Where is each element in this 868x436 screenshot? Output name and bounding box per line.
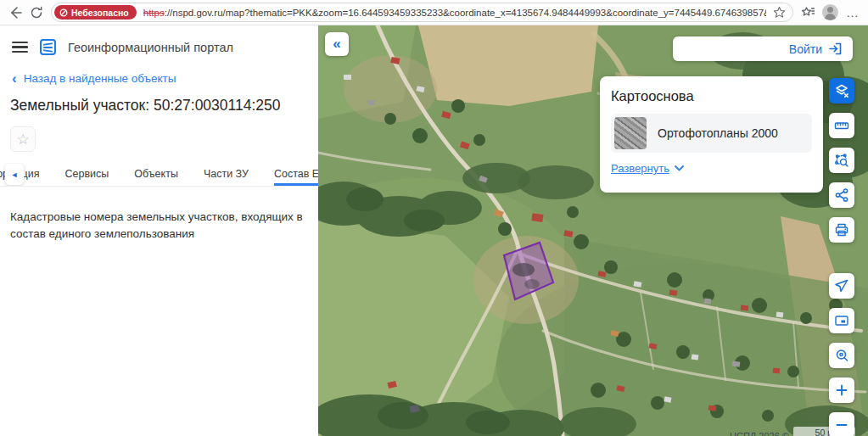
tab-scroll-left-button[interactable]: ◄ xyxy=(5,164,24,185)
tab-scroll-left-icon: ◄ xyxy=(11,170,19,179)
share-icon xyxy=(834,187,849,203)
security-badge[interactable]: Небезопасно xyxy=(54,5,137,20)
browser-reload-icon[interactable] xyxy=(30,6,43,20)
minus-icon xyxy=(834,417,849,433)
layers-icon xyxy=(834,83,849,98)
favorite-star-button[interactable]: ☆ xyxy=(10,126,36,152)
tab-parcel-parts[interactable]: Части ЗУ xyxy=(204,163,249,186)
bookmark-star-icon[interactable] xyxy=(773,6,786,19)
object-search-button[interactable] xyxy=(829,343,854,368)
layers-button[interactable] xyxy=(829,78,854,103)
back-to-results-link[interactable]: ‹ Назад в найденные объекты xyxy=(12,72,318,85)
map-canvas[interactable]: « Войти Картооснова Ортофотопланы 2000 Р… xyxy=(318,25,868,436)
area-search-icon xyxy=(834,153,849,168)
print-button[interactable] xyxy=(829,217,854,243)
tab-services[interactable]: Сервисы xyxy=(65,163,109,186)
basemap-panel-title: Картооснова xyxy=(611,88,812,104)
url-scheme: https xyxy=(143,8,165,18)
expand-basemaps-link[interactable]: Развернуть xyxy=(611,162,684,175)
browser-back-icon[interactable] xyxy=(8,6,22,20)
overview-map-icon xyxy=(834,313,849,328)
screen: Небезопасно https://nspd.gov.ru/map?them… xyxy=(0,0,868,436)
star-icon: ☆ xyxy=(16,131,29,148)
expand-label: Развернуть xyxy=(611,162,669,175)
back-chevron-icon: ‹ xyxy=(12,74,17,84)
tab-bar: ◄ Информация Сервисы Объекты Части ЗУ Со… xyxy=(0,163,318,187)
info-panel: Геоинформационный портал ‹ Назад в найде… xyxy=(0,25,318,436)
tab-ezp-composition[interactable]: Состав ЕЗП xyxy=(274,163,318,186)
page-title: Земельный участок: 50:27:0030114:250 xyxy=(10,97,318,115)
chevron-down-icon xyxy=(675,165,684,171)
ruler-icon xyxy=(834,118,849,133)
url-rest: ://nspd.gov.ru/map?thematic=PKK&zoom=16.… xyxy=(165,8,766,18)
url-text: https://nspd.gov.ru/map?thematic=PKK&zoo… xyxy=(143,8,766,18)
login-label: Войти xyxy=(789,42,822,56)
basemap-panel: Картооснова Ортофотопланы 2000 Развернут… xyxy=(600,76,823,193)
browser-menu-icon[interactable]: … xyxy=(846,8,860,17)
back-link-label: Назад в найденные объекты xyxy=(24,72,176,85)
basemap-layer-label: Ортофотопланы 2000 xyxy=(658,126,778,140)
hamburger-menu-icon[interactable] xyxy=(12,42,28,53)
zoom-out-button[interactable] xyxy=(829,412,854,436)
tabs-row: Информация Сервисы Объекты Части ЗУ Сост… xyxy=(0,163,318,186)
zoom-in-button[interactable] xyxy=(829,377,854,403)
overview-map-button[interactable] xyxy=(829,308,854,333)
map-toolbar xyxy=(829,78,854,436)
not-secure-icon xyxy=(59,8,68,17)
portal-title: Геоинформационный портал xyxy=(68,41,233,54)
plus-icon xyxy=(834,383,849,398)
security-badge-label: Небезопасно xyxy=(71,8,129,18)
area-search-button[interactable] xyxy=(829,148,854,173)
login-button[interactable]: Войти xyxy=(673,36,853,61)
object-search-icon xyxy=(834,348,849,363)
ezp-description-text: Кадастровые номера земельных участков, в… xyxy=(10,209,306,242)
collections-icon[interactable] xyxy=(801,6,815,20)
portal-header: Геоинформационный портал xyxy=(0,25,318,55)
locate-me-button[interactable] xyxy=(829,273,854,299)
basemap-layer-row[interactable]: Ортофотопланы 2000 xyxy=(611,114,812,153)
measure-button[interactable] xyxy=(829,113,854,138)
collapse-chevrons-icon: « xyxy=(333,36,340,53)
login-icon xyxy=(828,42,843,56)
address-bar[interactable]: Небезопасно https://nspd.gov.ru/map?them… xyxy=(51,3,793,22)
portal-logo-icon xyxy=(40,39,56,55)
profile-avatar[interactable] xyxy=(822,4,838,20)
tab-objects[interactable]: Объекты xyxy=(134,163,178,186)
collapse-panel-button[interactable]: « xyxy=(325,32,349,56)
browser-toolbar: Небезопасно https://nspd.gov.ru/map?them… xyxy=(0,0,868,25)
printer-icon xyxy=(834,222,849,238)
basemap-layer-thumbnail xyxy=(614,117,647,149)
navigation-arrow-icon xyxy=(834,278,849,293)
share-button[interactable] xyxy=(829,182,854,208)
app-window: Геоинформационный портал ‹ Назад в найде… xyxy=(0,25,868,436)
map-attribution: НСПД 2026 © xyxy=(730,431,789,436)
